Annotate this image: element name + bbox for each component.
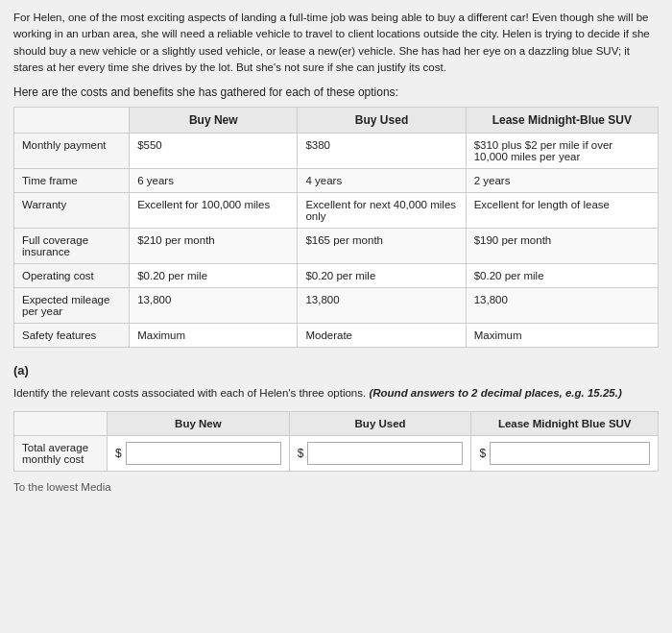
cost-col-header-buy-new: Buy New	[108, 412, 290, 436]
row-cell-buy_new: $550	[130, 134, 298, 169]
part-a-instruction: Identify the relevant costs associated w…	[13, 385, 659, 402]
cost-col-header-buy-used: Buy Used	[289, 412, 471, 436]
lease-cost-input[interactable]	[490, 442, 650, 465]
cost-col-header-empty	[14, 412, 108, 436]
row-cell-buy_new: $210 per month	[130, 229, 298, 264]
dollar-sign-buy-used: $	[298, 447, 304, 460]
row-cell-lease: Excellent for length of lease	[466, 193, 658, 229]
comparison-table: Buy New Buy Used Lease Midnight-Blue SUV…	[13, 107, 659, 348]
total-avg-row: Total average monthly cost $ $ $	[14, 436, 659, 472]
col-header-buy-used: Buy Used	[298, 108, 466, 134]
row-label: Monthly payment	[14, 134, 130, 169]
bottom-partial-text: To the lowest Media	[13, 481, 659, 493]
part-a-label: (a)	[13, 363, 659, 377]
cost-col-header-lease: Lease Midnight Blue SUV	[471, 412, 659, 436]
row-cell-buy_new: $0.20 per mile	[130, 264, 298, 288]
table-row: WarrantyExcellent for 100,000 milesExcel…	[14, 193, 659, 229]
total-avg-label: Total average monthly cost	[14, 436, 108, 472]
row-cell-buy_used: 4 years	[298, 169, 466, 193]
dollar-sign-buy-new: $	[115, 447, 122, 460]
table-row: Safety featuresMaximumModerateMaximum	[14, 324, 659, 348]
table-row: Monthly payment$550$380$310 plus $2 per …	[14, 134, 659, 169]
buy-used-cost-input[interactable]	[307, 442, 463, 465]
row-cell-buy_used: Moderate	[298, 324, 466, 348]
row-label: Time frame	[14, 169, 130, 193]
buy-used-cost-cell: $	[289, 436, 471, 472]
row-label: Full coverage insurance	[14, 229, 130, 264]
col-header-buy-new: Buy New	[130, 108, 298, 134]
buy-new-cost-input[interactable]	[126, 442, 281, 465]
row-cell-lease: $190 per month	[466, 229, 658, 264]
row-cell-buy_used: $380	[298, 134, 466, 169]
dollar-sign-lease: $	[479, 447, 486, 460]
row-label: Expected mileage per year	[14, 288, 130, 324]
col-header-empty	[14, 108, 130, 134]
row-cell-buy_new: Maximum	[130, 324, 298, 348]
row-label: Operating cost	[14, 264, 130, 288]
row-cell-buy_used: $0.20 per mile	[298, 264, 466, 288]
row-label: Safety features	[14, 324, 130, 348]
cost-table: Buy New Buy Used Lease Midnight Blue SUV…	[13, 411, 659, 472]
row-cell-buy_used: $165 per month	[298, 229, 466, 264]
table-row: Full coverage insurance$210 per month$16…	[14, 229, 659, 264]
row-cell-lease: 2 years	[466, 169, 658, 193]
col-header-lease: Lease Midnight-Blue SUV	[466, 108, 658, 134]
row-cell-buy_new: 13,800	[130, 288, 298, 324]
row-cell-buy_used: Excellent for next 40,000 miles only	[298, 193, 466, 229]
subheading: Here are the costs and benefits she has …	[13, 85, 659, 99]
table-row: Time frame6 years4 years2 years	[14, 169, 659, 193]
row-label: Warranty	[14, 193, 130, 229]
table-row: Expected mileage per year13,80013,80013,…	[14, 288, 659, 324]
lease-cost-cell: $	[471, 436, 659, 472]
row-cell-lease: 13,800	[466, 288, 658, 324]
intro-paragraph: For Helen, one of the most exciting aspe…	[13, 10, 659, 76]
row-cell-lease: Maximum	[466, 324, 658, 348]
row-cell-lease: $0.20 per mile	[466, 264, 658, 288]
row-cell-lease: $310 plus $2 per mile if over 10,000 mil…	[466, 134, 658, 169]
row-cell-buy_used: 13,800	[298, 288, 466, 324]
row-cell-buy_new: Excellent for 100,000 miles	[130, 193, 298, 229]
table-row: Operating cost$0.20 per mile$0.20 per mi…	[14, 264, 659, 288]
buy-new-cost-cell: $	[108, 436, 290, 472]
row-cell-buy_new: 6 years	[130, 169, 298, 193]
